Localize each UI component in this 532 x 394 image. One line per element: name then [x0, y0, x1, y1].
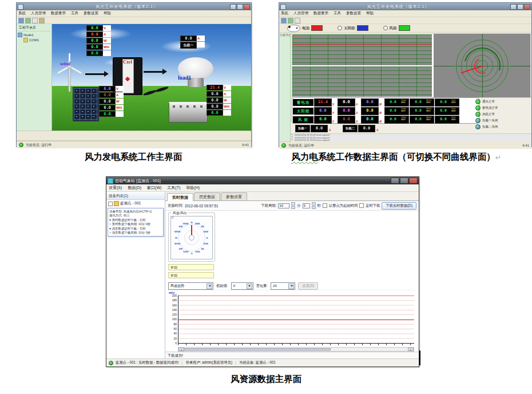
voltage-display: 0.0 [314, 107, 332, 115]
minimize-button[interactable] [391, 178, 399, 184]
period-seconds-input[interactable] [303, 203, 310, 208]
titlebar[interactable]: 风光互补发电系统（版本2.1） [17, 3, 251, 10]
checkbox-icon[interactable] [108, 202, 113, 206]
groupbox-label: 风速/风向 [172, 211, 188, 216]
toolbar-icon-start[interactable] [288, 18, 293, 23]
initial-value-select[interactable]: 0 [231, 282, 253, 290]
radio-icon[interactable] [338, 26, 342, 30]
close-button[interactable] [244, 4, 250, 10]
menu-item[interactable]: 参数设置 [346, 11, 361, 16]
update-time-value: 2012-06-02 09:57:51 [185, 204, 218, 208]
node-tree-panel: 工程节点表 Node1 COM1 [17, 24, 52, 131]
device-tree-item[interactable]: 监测点 - 001 [106, 200, 165, 207]
color-swatch [357, 25, 368, 31]
meter-unit: WH [116, 105, 124, 111]
menu-item[interactable]: 设置(S) [109, 185, 122, 191]
legend-option-wind[interactable]: 风能 [383, 25, 410, 31]
scroll-right-icon[interactable]: ▸ [408, 348, 414, 351]
minimize-button[interactable] [510, 4, 517, 10]
horizontal-scrollbar[interactable]: ◂ ▸ [178, 347, 414, 352]
close-button[interactable] [524, 4, 530, 10]
tab-parameter-settings[interactable]: 参数设置 [221, 192, 247, 200]
status-text: 当前状态: 运行中 [288, 143, 314, 148]
measurement-panel: 蓄电池 21.4V 0.0A 0.0W 0.0TodayWH 0.0MonthW… [292, 97, 479, 124]
toolbar [17, 17, 251, 24]
tree-node[interactable]: Node1 [18, 33, 50, 37]
solar-data-row: 太阳能 0.0V 0.0A 0.0W 0.0TodayWH 0.0MonthWH… [293, 107, 478, 115]
solar-meter-group: 0.0 V 0.0 A 0.0 W 0.0 WH 0.0 [99, 86, 124, 117]
menu-item[interactable]: 人员管理 [293, 11, 308, 16]
statusbar: 当前状态: 运行中 9:41 [17, 141, 251, 148]
device-list-panel: 设备列表(1) 监测点 - 001 设备类型: 风速风向仪(ACTR-1)通讯方… [106, 192, 165, 358]
status-device: 当前设备: 监测点 - 001 [239, 360, 276, 365]
toolbar-icon-connect[interactable] [18, 18, 24, 23]
toolbar-icon-settings[interactable] [39, 18, 45, 23]
menu-item[interactable]: 帮助 [366, 11, 374, 16]
y-tick-label: 20 [168, 337, 177, 340]
maximize-button[interactable] [400, 178, 408, 184]
close-button[interactable] [409, 178, 418, 184]
menu-item[interactable]: 帮助(H) [186, 185, 200, 191]
scheduled-download-checkbox[interactable] [359, 203, 364, 208]
indicator-dot-icon [475, 118, 481, 123]
menu-item[interactable]: 帮助 [104, 11, 111, 16]
menu-item[interactable]: 数据(D) [128, 185, 141, 191]
voltage-display: 21.4 [314, 98, 332, 107]
scrollbar-thumb[interactable] [184, 348, 331, 350]
menu-item[interactable]: 工具(T) [167, 185, 180, 191]
legend-option-battery[interactable]: 电池 [287, 25, 323, 32]
align-to-hour-checkbox[interactable] [323, 203, 327, 208]
caption-spellcheck-squiggle: 风力电 [291, 152, 318, 161]
tab-history-data[interactable]: 历史数据 [194, 192, 220, 200]
compass-direction-label: SSE [195, 250, 200, 253]
indicator-dot-icon [475, 112, 481, 117]
toolbar-icon-start[interactable] [25, 18, 31, 23]
caption-wind-resource-window: 风资源数据主界面 [0, 373, 532, 385]
menu-item[interactable]: 数据显示 [51, 11, 66, 16]
maximize-button[interactable] [237, 4, 243, 10]
seconds-spinner[interactable] [312, 202, 316, 209]
delta-select[interactable]: 20 [271, 282, 295, 290]
menu-item[interactable]: 系统 [18, 11, 26, 16]
menu-item[interactable]: 人员管理 [31, 11, 46, 16]
toolbar-icon-connect[interactable] [281, 18, 287, 23]
menu-item[interactable]: 系统 [281, 11, 288, 16]
y-tick-label: 180 [168, 299, 177, 302]
energy-today-display: 0.0TodayWH [384, 116, 409, 124]
paragraph-mark: ↵ [495, 153, 501, 161]
curve-legend-row: 电池 太阳能 风能 [279, 24, 531, 33]
minimize-button[interactable] [230, 4, 236, 10]
maximize-button[interactable] [517, 4, 523, 10]
minutes-spinner[interactable] [291, 202, 295, 209]
menu-item[interactable]: 工具 [71, 11, 78, 16]
tree-node-child[interactable]: COM1 [23, 38, 50, 42]
radio-icon[interactable] [383, 26, 388, 30]
toolbar-icon-save[interactable] [32, 18, 38, 23]
meter-unit: WH [223, 104, 231, 109]
current-display: 0.0 [338, 98, 355, 107]
period-minutes-input[interactable] [278, 203, 289, 208]
menu-item[interactable]: 数据显示 [313, 11, 328, 16]
titlebar[interactable]: 风光互补发电系统（版本2.1） [279, 3, 531, 10]
legend-option-solar[interactable]: 太阳能 [338, 25, 368, 31]
tab-realtime-data[interactable]: 实时数据 [167, 193, 193, 201]
series-select[interactable]: 风速趋势 [168, 282, 213, 290]
set-button[interactable]: 设置(S) [298, 282, 318, 290]
menu-item[interactable]: 参数设置 [84, 11, 98, 16]
titlebar[interactable]: 自动气象站 [监测点 - 001] [106, 177, 419, 184]
node-tree-panel-collapsed: 工程节点表 [279, 33, 291, 141]
toolbar-icon-save[interactable] [295, 18, 300, 23]
meter-value: 0.0 [99, 92, 116, 98]
download-realtime-button[interactable]: 下载实时数据(D) [382, 202, 416, 210]
menu-item[interactable]: 窗口(W) [147, 185, 161, 191]
radio-icon[interactable] [287, 25, 300, 32]
meter-row: 0.0 [207, 110, 231, 116]
status-ok-icon [109, 361, 113, 365]
voltage-display: 0.0 [314, 116, 332, 124]
event-log[interactable]: 2010/12/14 22:15:29 error:request!2010/1… [291, 133, 531, 142]
menu-item[interactable]: 工具 [334, 11, 341, 16]
row-label: 风 能 [293, 116, 313, 123]
window-title: 风光互补发电系统（版本2.1） [286, 4, 510, 10]
load-readouts: 负载一 0.0 A 负载二 0.0 A [295, 125, 381, 132]
app-icon [18, 4, 23, 10]
